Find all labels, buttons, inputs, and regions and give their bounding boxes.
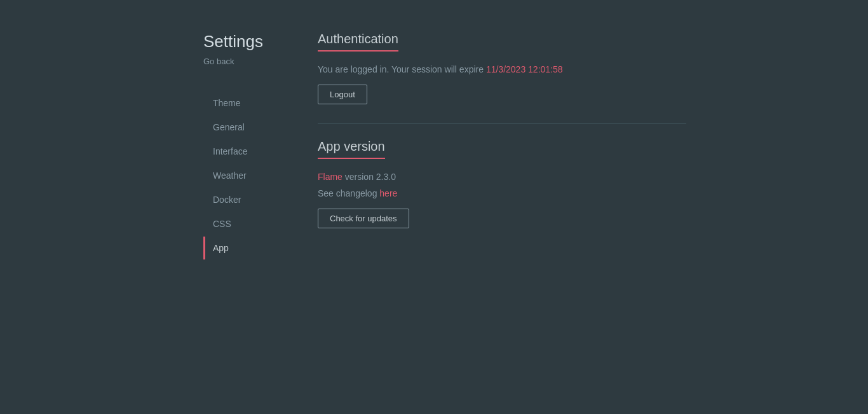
sidebar-item-theme[interactable]: Theme xyxy=(203,92,305,114)
sidebar-item-general[interactable]: General xyxy=(203,116,305,139)
section-divider xyxy=(318,123,686,124)
version-text: version 2.3.0 xyxy=(345,172,396,182)
sidebar-item-app[interactable]: App xyxy=(203,237,305,259)
changelog-link[interactable]: here xyxy=(379,188,397,198)
logout-button[interactable]: Logout xyxy=(318,85,367,104)
version-info: Flame version 2.3.0 xyxy=(318,172,686,182)
go-back-link[interactable]: Go back xyxy=(203,57,234,66)
session-expiry: 11/3/2023 12:01:58 xyxy=(486,64,563,74)
check-updates-button[interactable]: Check for updates xyxy=(318,209,409,228)
app-version-title: App version xyxy=(318,139,385,159)
authentication-section: Authentication You are logged in. Your s… xyxy=(318,32,686,104)
session-info: You are logged in. Your session will exp… xyxy=(318,64,686,74)
sidebar-item-css[interactable]: CSS xyxy=(203,212,305,235)
page-title: Settings xyxy=(203,32,305,52)
nav-list: Theme General Interface Weather Docker C… xyxy=(203,92,305,259)
session-text-prefix: You are logged in. Your session will exp… xyxy=(318,64,484,74)
sidebar-item-interface[interactable]: Interface xyxy=(203,140,305,163)
authentication-title: Authentication xyxy=(318,32,398,52)
brand-name: Flame xyxy=(318,172,342,182)
changelog-info: See changelog here xyxy=(318,188,686,198)
app-version-section: App version Flame version 2.3.0 See chan… xyxy=(318,139,686,228)
sidebar-item-docker[interactable]: Docker xyxy=(203,188,305,211)
sidebar: Settings Go back Theme General Interface… xyxy=(203,32,305,414)
changelog-prefix: See changelog xyxy=(318,188,377,198)
sidebar-item-weather[interactable]: Weather xyxy=(203,164,305,187)
main-content: Authentication You are logged in. Your s… xyxy=(305,32,686,414)
